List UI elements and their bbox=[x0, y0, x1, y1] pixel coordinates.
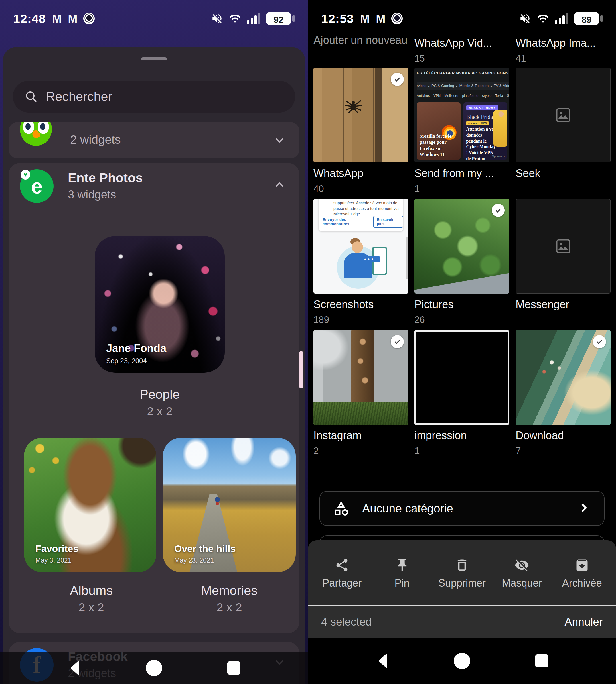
pin-icon bbox=[395, 558, 410, 573]
people-widget-overlay: Jane Fonda Sep 23, 2004 bbox=[106, 342, 166, 365]
recents-button[interactable] bbox=[217, 652, 251, 684]
search-input[interactable]: Rechercher bbox=[13, 81, 295, 113]
share-icon bbox=[334, 558, 349, 573]
ente-widget-count: 3 widgets bbox=[68, 188, 116, 201]
album-tile-screenshots[interactable]: supprimées. Accédez à vos mots de passe … bbox=[313, 199, 409, 294]
albums-widget-size: 2 x 2 bbox=[25, 601, 157, 614]
planter-edge bbox=[414, 268, 509, 294]
chevron-right-icon bbox=[577, 500, 592, 517]
selected-check-badge[interactable] bbox=[593, 335, 606, 348]
share-action[interactable]: Partager bbox=[313, 558, 371, 589]
chevron-down-icon[interactable] bbox=[273, 133, 286, 148]
people-widget-name: People bbox=[95, 387, 225, 402]
gallery-panel: 12:53 M M 89 Ajouter un nouveau WhatsApp… bbox=[308, 0, 616, 684]
hide-action[interactable]: Masquer bbox=[493, 558, 550, 589]
battery-tip bbox=[292, 15, 295, 22]
album-label-screenshots[interactable]: Screenshots 189 bbox=[313, 298, 409, 325]
ente-photos-app-icon: e ♥ bbox=[20, 169, 53, 203]
selected-check-badge[interactable] bbox=[391, 335, 404, 348]
pin-action[interactable]: Pin bbox=[374, 558, 431, 589]
cancel-button[interactable]: Annuler bbox=[565, 616, 603, 628]
album-label-whatsapp-images[interactable]: WhatsApp Ima... 41 bbox=[515, 37, 611, 64]
album-label-messenger[interactable]: Messenger bbox=[515, 298, 611, 324]
left-navigation-bar bbox=[0, 652, 308, 684]
album-tile-impression[interactable] bbox=[414, 330, 509, 425]
spider-graphic bbox=[342, 94, 365, 117]
edge-illustration: ★★★ bbox=[334, 242, 388, 289]
delete-action[interactable]: Supprimer bbox=[434, 558, 490, 589]
album-tile-send-from-my[interactable]: ES TÉLÉCHARGER NVIDIA PC GAMING BONS PLA… bbox=[414, 68, 509, 162]
album-label-impression[interactable]: impression 1 bbox=[414, 429, 509, 456]
album-cover-placeholder bbox=[515, 199, 611, 294]
search-placeholder: Rechercher bbox=[46, 89, 112, 104]
duolingo-widget-count: 2 widgets bbox=[70, 133, 120, 146]
album-cover-placeholder bbox=[515, 68, 611, 162]
recents-button[interactable] bbox=[525, 638, 559, 684]
album-title: Favorites bbox=[35, 543, 79, 554]
heart-icon: ♥ bbox=[21, 170, 30, 180]
signal-icon bbox=[247, 13, 260, 24]
no-category-label: Aucune catégorie bbox=[362, 502, 453, 515]
album-label-whatsapp[interactable]: WhatsApp 40 bbox=[313, 167, 409, 194]
drag-handle[interactable] bbox=[141, 57, 167, 61]
album-tile-instagram[interactable] bbox=[313, 330, 409, 425]
album-label-whatsapp-videos[interactable]: WhatsApp Vid... 15 bbox=[414, 37, 509, 64]
back-button[interactable] bbox=[366, 638, 400, 684]
back-button[interactable] bbox=[58, 652, 92, 684]
no-category-button[interactable]: Aucune catégorie bbox=[320, 491, 604, 526]
album-label-pictures[interactable]: Pictures 26 bbox=[414, 298, 509, 325]
memories-widget-overlay: Over the hills May 23, 2021 bbox=[174, 543, 236, 564]
category-icon bbox=[332, 500, 350, 517]
selected-check-badge[interactable] bbox=[492, 204, 505, 217]
home-button[interactable] bbox=[445, 638, 479, 684]
gmail-icon: M bbox=[68, 12, 77, 25]
wifi-icon bbox=[537, 12, 549, 25]
app-section-duolingo[interactable]: 2 widgets bbox=[8, 122, 300, 158]
app-section-ente-photos: e ♥ Ente Photos 3 widgets Jane Fonda Sep… bbox=[8, 163, 300, 633]
album-cover-black-photo bbox=[414, 330, 509, 425]
image-placeholder-icon bbox=[555, 107, 572, 124]
duolingo-row: 2 widgets bbox=[8, 122, 300, 158]
black-friday-article-card: BLACK FRIDAY Black Friday sur notre VPN … bbox=[463, 102, 507, 160]
selected-check-badge[interactable] bbox=[391, 73, 404, 86]
album-cover-aerial-beach bbox=[515, 330, 611, 425]
album-label-download[interactable]: Download 7 bbox=[515, 429, 611, 456]
album-label-seek[interactable]: Seek bbox=[515, 167, 611, 193]
gmail-icon: M bbox=[52, 12, 62, 25]
ente-section-title: Ente Photos bbox=[68, 170, 143, 185]
archive-action[interactable]: Archivée bbox=[553, 558, 611, 589]
albums-widget-preview[interactable]: Favorites May 3, 2021 bbox=[24, 438, 156, 572]
notification-app-icon bbox=[391, 13, 403, 24]
album-tile-download[interactable] bbox=[515, 330, 611, 425]
yellow-suit-figure bbox=[493, 110, 507, 147]
albums-widget-name: Albums bbox=[25, 583, 157, 598]
widget-picker-panel: 12:48 M M 92 Rechercher bbox=[0, 0, 308, 684]
split-screen: 12:48 M M 92 Rechercher bbox=[0, 0, 616, 684]
selection-count: 4 selected bbox=[321, 616, 372, 628]
mute-icon bbox=[211, 13, 223, 24]
mute-icon bbox=[519, 13, 531, 24]
chevron-up-icon[interactable] bbox=[273, 178, 286, 193]
selection-bar: 4 selected Annuler bbox=[308, 606, 616, 638]
album-cover-spider-photo bbox=[313, 68, 409, 162]
person-name: Jane Fonda bbox=[106, 342, 166, 355]
archive-icon bbox=[575, 558, 590, 573]
scrollbar-thumb[interactable] bbox=[299, 351, 304, 388]
image-placeholder-icon bbox=[555, 238, 572, 255]
album-label-add-new[interactable]: Ajouter un nouveau bbox=[313, 33, 409, 47]
album-cover-plants-photo bbox=[414, 199, 509, 294]
album-tile-seek[interactable] bbox=[515, 68, 611, 162]
battery-indicator: 89 bbox=[574, 12, 599, 25]
album-tile-pictures[interactable] bbox=[414, 199, 509, 294]
album-tile-messenger[interactable] bbox=[515, 199, 611, 294]
people-widget-preview[interactable]: Jane Fonda Sep 23, 2004 bbox=[95, 236, 225, 373]
memories-widget-preview[interactable]: Over the hills May 23, 2021 bbox=[163, 438, 296, 572]
wifi-icon bbox=[229, 12, 241, 25]
album-tile-whatsapp[interactable] bbox=[313, 68, 409, 162]
memory-title: Over the hills bbox=[174, 543, 236, 554]
album-label-instagram[interactable]: Instagram 2 bbox=[313, 429, 409, 456]
album-label-send-from-my[interactable]: Send from my ... 1 bbox=[414, 167, 509, 194]
people-widget-size: 2 x 2 bbox=[95, 405, 225, 418]
signal-icon bbox=[555, 13, 568, 24]
home-button[interactable] bbox=[137, 652, 171, 684]
